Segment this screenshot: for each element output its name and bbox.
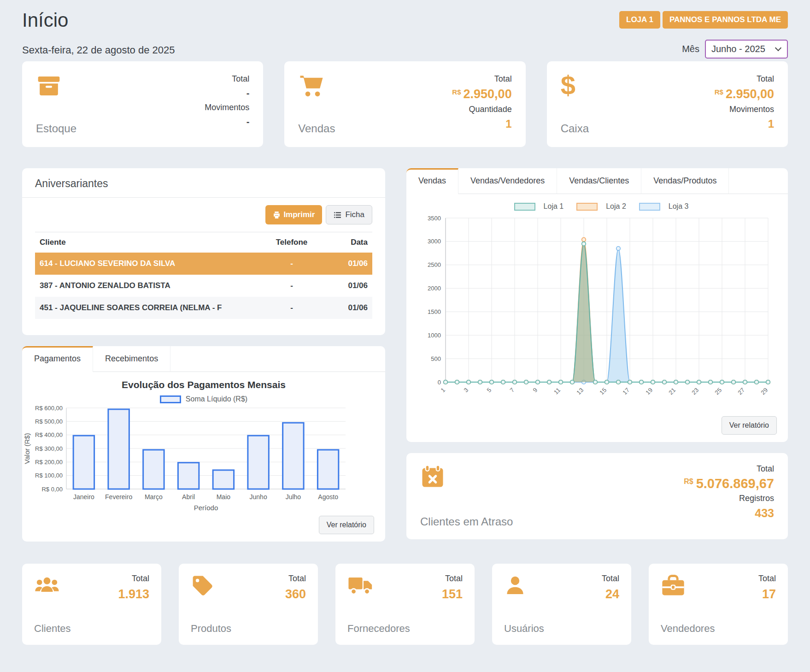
tab-vendas-produtos[interactable]: Vendas/Produtos [641, 168, 729, 194]
vendedores-card: Vendedores Total 17 [649, 564, 788, 645]
total-label: Total [758, 574, 776, 584]
month-filter: Mês Junho - 2025 [682, 40, 788, 59]
table-row[interactable]: 614 - LUCIANO SEVERINO DA SILVA - 01/06 [35, 253, 372, 275]
stat-money-value: R$2.950,00 [715, 88, 774, 100]
stat-key: Movimentos [715, 105, 774, 114]
legend-swatch-loja2 [576, 203, 598, 211]
chevron-down-icon [775, 45, 781, 51]
svg-text:Junho: Junho [250, 493, 267, 501]
truck-icon [347, 574, 374, 597]
tab-pagamentos[interactable]: Pagamentos [22, 346, 93, 372]
people-icon [34, 574, 60, 597]
svg-text:3000: 3000 [428, 238, 441, 245]
svg-text:1: 1 [439, 387, 446, 394]
current-date: Sexta-feira, 22 de agosto de 2025 [22, 44, 175, 56]
svg-text:Abril: Abril [182, 493, 195, 501]
stat-key: Total [205, 74, 249, 84]
svg-text:1500: 1500 [428, 308, 441, 315]
column-telefone: Telefone [257, 238, 326, 247]
header-left: Início Sexta-feira, 22 de agosto de 2025 [22, 6, 175, 59]
card-label: Clientes em Atraso [420, 515, 513, 528]
summary-cards-row: Clientes Total 1.913 Produtos Total 360 [22, 564, 788, 645]
store-badges: LOJA 1 PANNOS E PANNOS LTDA ME [619, 11, 788, 29]
ver-relatorio-button[interactable]: Ver relatório [722, 416, 777, 435]
svg-text:15: 15 [598, 387, 608, 396]
tab-vendas[interactable]: Vendas [406, 168, 458, 194]
store-badge: LOJA 1 [619, 11, 660, 29]
ver-relatorio-button[interactable]: Ver relatório [319, 516, 374, 534]
total-value: 360 [285, 587, 306, 601]
legend-swatch-loja1 [514, 203, 535, 211]
stat-key: Quantidade [452, 105, 511, 114]
list-icon [334, 211, 341, 219]
card-label: Vendedores [661, 623, 715, 635]
tab-recebimentos[interactable]: Recebimentos [93, 346, 170, 372]
vendas-panel: Vendas Vendas/Vendedores Vendas/Clientes… [406, 168, 788, 442]
stat-key: Movimentos [205, 103, 249, 112]
vendas-card: Vendas Total R$2.950,00 Quantidade 1 [284, 61, 525, 147]
tab-vendas-vendedores[interactable]: Vendas/Vendedores [458, 168, 557, 194]
ficha-button[interactable]: Ficha [326, 205, 372, 224]
svg-text:25: 25 [713, 387, 723, 396]
card-label: Fornecedores [347, 623, 410, 635]
currency-prefix: R$ [684, 477, 693, 485]
svg-text:27: 27 [736, 387, 746, 396]
table-row[interactable]: 451 - JAQUELINE SOARES CORREIA (NELMA - … [35, 297, 372, 319]
table-row[interactable]: 387 - ANTONIO ZENALDO BATISTA - 01/06 [35, 275, 372, 297]
month-select[interactable]: Junho - 2025 [705, 40, 788, 59]
svg-text:500: 500 [431, 355, 441, 362]
clientes-card: Clientes Total 1.913 [22, 564, 161, 645]
stat-value: - [205, 117, 249, 127]
usuarios-card: Usuários Total 24 [492, 564, 631, 645]
svg-text:1000: 1000 [428, 332, 441, 339]
legend-label: Loja 1 [544, 202, 564, 211]
column-data: Data [326, 238, 368, 247]
total-label: Total [602, 574, 619, 584]
total-label: Total [285, 574, 306, 584]
stat-key: Total [715, 74, 774, 84]
pagamentos-panel: Pagamentos Recebimentos Evolução dos Pag… [22, 346, 385, 542]
print-button[interactable]: Imprimir [265, 205, 322, 224]
svg-text:Julho: Julho [286, 493, 301, 501]
stat-value: - [205, 88, 249, 99]
legend-swatch [160, 395, 181, 403]
svg-text:Período: Período [194, 504, 218, 512]
vendas-tabs: Vendas Vendas/Vendedores Vendas/Clientes… [406, 168, 788, 194]
svg-text:2500: 2500 [428, 261, 441, 268]
total-value: 151 [442, 587, 463, 601]
tab-vendas-clientes[interactable]: Vendas/Clientes [557, 168, 641, 194]
stat-value: 1 [715, 118, 774, 130]
card-label: Clientes [34, 623, 70, 635]
total-label: Total [118, 574, 149, 584]
registros-value: 433 [684, 507, 774, 520]
column-cliente: Cliente [40, 238, 257, 247]
svg-text:R$ 100,00: R$ 100,00 [35, 472, 63, 479]
total-value: 17 [758, 587, 776, 601]
bar-chart-legend: Soma Líquido (R$) [22, 395, 385, 403]
svg-text:R$ 200,00: R$ 200,00 [35, 459, 63, 466]
svg-text:R$ 400,00: R$ 400,00 [35, 431, 63, 438]
card-label: Produtos [191, 623, 231, 635]
cart-icon [298, 73, 325, 99]
aniversariantes-panel: Aniversariantes Imprimir [22, 168, 385, 335]
tag-icon [191, 574, 214, 597]
legend-label: Loja 3 [669, 202, 689, 211]
caixa-card: $ Caixa Total R$2.950,00 Movimentos 1 [547, 61, 788, 147]
stat-key: Total [452, 74, 511, 84]
line-chart-legend: Loja 1 Loja 2 Loja 3 [406, 202, 788, 211]
total-label: Total [442, 574, 463, 584]
svg-text:R$ 300,00: R$ 300,00 [35, 445, 63, 452]
svg-text:29: 29 [759, 387, 769, 396]
pagamentos-tabs: Pagamentos Recebimentos [22, 346, 385, 372]
user-icon [504, 574, 526, 597]
legend-swatch-loja3 [639, 203, 660, 211]
stat-value: 1 [452, 118, 511, 130]
total-value: R$5.076.869,67 [684, 477, 774, 490]
page-title: Início [22, 9, 175, 31]
legend-label: Loja 2 [606, 202, 626, 211]
bar-chart-title: Evolução dos Pagamentos Mensais [22, 379, 385, 390]
company-badge: PANNOS E PANNOS LTDA ME [663, 11, 788, 29]
clientes-atraso-card: Clientes em Atraso Total R$5.076.869,67 … [406, 453, 788, 539]
sales-line-chart: 0500100015002000250030003500135791113151… [420, 212, 775, 411]
stat-money-value: R$2.950,00 [452, 88, 511, 100]
